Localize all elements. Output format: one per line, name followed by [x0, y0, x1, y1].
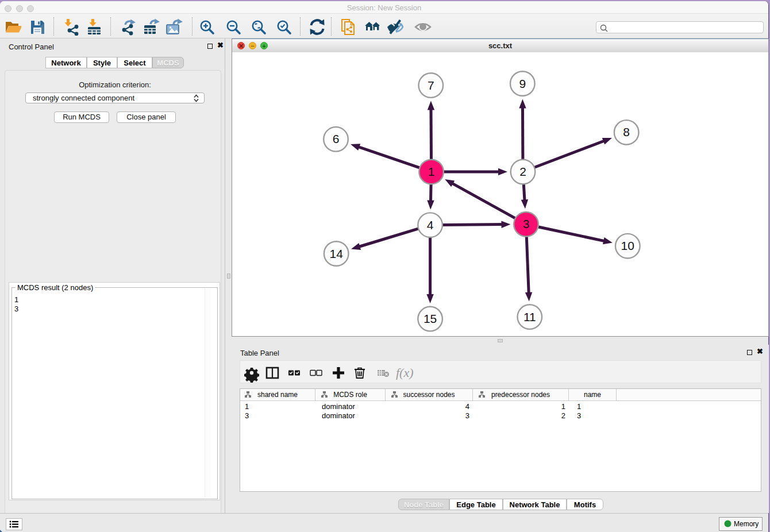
- svg-text:15: 15: [424, 312, 437, 325]
- svg-text:8: 8: [623, 125, 630, 138]
- svg-text:4: 4: [427, 218, 434, 232]
- svg-text:1: 1: [428, 165, 435, 178]
- svg-text:7: 7: [428, 79, 434, 92]
- svg-text:11: 11: [523, 310, 536, 323]
- svg-text:2: 2: [519, 165, 526, 178]
- svg-text:3: 3: [523, 217, 530, 230]
- svg-text:14: 14: [330, 247, 344, 260]
- svg-text:f(x): f(x): [396, 365, 414, 380]
- svg-text:9: 9: [519, 77, 526, 90]
- svg-text:10: 10: [621, 239, 634, 252]
- svg-text:6: 6: [333, 132, 340, 145]
